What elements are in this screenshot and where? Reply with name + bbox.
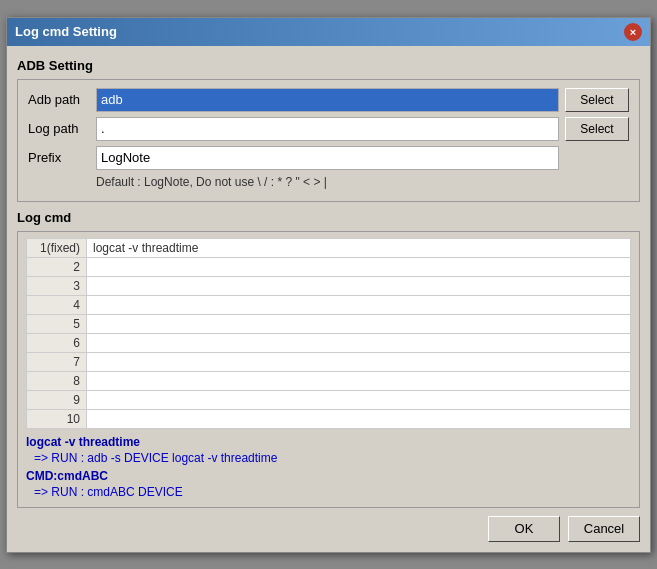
log-path-select-button[interactable]: Select [565, 117, 629, 141]
table-row: 10 [27, 409, 631, 428]
preview-cmd2-run: => RUN : cmdABC DEVICE [34, 485, 183, 499]
preview-cmd1-line: logcat -v threadtime [26, 435, 631, 449]
prefix-row: Prefix [28, 146, 629, 170]
row-number: 4 [27, 295, 87, 314]
row-number: 5 [27, 314, 87, 333]
log-path-label: Log path [28, 121, 96, 136]
adb-path-row: Adb path Select [28, 88, 629, 112]
table-row: 9 [27, 390, 631, 409]
row-number: 10 [27, 409, 87, 428]
row-cmd[interactable] [87, 371, 631, 390]
row-number: 7 [27, 352, 87, 371]
log-cmd-box: 1(fixed)logcat -v threadtime2345678910 l… [17, 231, 640, 508]
dialog-body: ADB Setting Adb path Select Log path Sel… [7, 46, 650, 552]
adb-path-select-button[interactable]: Select [565, 88, 629, 112]
row-number: 9 [27, 390, 87, 409]
row-cmd[interactable] [87, 409, 631, 428]
row-number: 6 [27, 333, 87, 352]
table-row: 6 [27, 333, 631, 352]
preview-cmd2-line: CMD:cmdABC [26, 469, 631, 483]
bottom-buttons: OK Cancel [17, 516, 640, 542]
title-bar: Log cmd Setting × [7, 18, 650, 46]
adb-path-label: Adb path [28, 92, 96, 107]
ok-button[interactable]: OK [488, 516, 560, 542]
cancel-button[interactable]: Cancel [568, 516, 640, 542]
adb-section-header: ADB Setting [17, 58, 640, 73]
default-text: Default : LogNote, Do not use \ / : * ? … [96, 175, 629, 189]
row-cmd[interactable] [87, 333, 631, 352]
prefix-input[interactable] [96, 146, 559, 170]
preview-cmd1-run-line: => RUN : adb -s DEVICE logcat -v threadt… [26, 451, 631, 465]
table-row: 4 [27, 295, 631, 314]
log-path-row: Log path Select [28, 117, 629, 141]
log-cmd-table: 1(fixed)logcat -v threadtime2345678910 [26, 238, 631, 429]
row-number: 8 [27, 371, 87, 390]
close-button[interactable]: × [624, 23, 642, 41]
preview-cmd2-run-line: => RUN : cmdABC DEVICE [26, 485, 631, 499]
row-number: 2 [27, 257, 87, 276]
preview-section: logcat -v threadtime => RUN : adb -s DEV… [26, 435, 631, 499]
row-number: 1(fixed) [27, 238, 87, 257]
table-row: 8 [27, 371, 631, 390]
preview-cmd1-label: logcat -v threadtime [26, 435, 140, 449]
log-cmd-section-header: Log cmd [17, 210, 640, 225]
log-path-input[interactable] [96, 117, 559, 141]
preview-cmd1-run: => RUN : adb -s DEVICE logcat -v threadt… [34, 451, 277, 465]
table-row: 1(fixed)logcat -v threadtime [27, 238, 631, 257]
dialog-title: Log cmd Setting [15, 24, 117, 39]
preview-cmd2-label: CMD:cmdABC [26, 469, 108, 483]
row-cmd[interactable] [87, 352, 631, 371]
row-cmd[interactable] [87, 314, 631, 333]
adb-setting-box: Adb path Select Log path Select Prefix D… [17, 79, 640, 202]
row-cmd[interactable] [87, 257, 631, 276]
row-cmd[interactable] [87, 390, 631, 409]
row-cmd[interactable] [87, 276, 631, 295]
table-row: 5 [27, 314, 631, 333]
log-cmd-setting-dialog: Log cmd Setting × ADB Setting Adb path S… [6, 17, 651, 553]
adb-path-input[interactable] [96, 88, 559, 112]
row-number: 3 [27, 276, 87, 295]
table-row: 3 [27, 276, 631, 295]
prefix-label: Prefix [28, 150, 96, 165]
row-cmd[interactable] [87, 295, 631, 314]
table-row: 7 [27, 352, 631, 371]
row-cmd[interactable]: logcat -v threadtime [87, 238, 631, 257]
table-row: 2 [27, 257, 631, 276]
